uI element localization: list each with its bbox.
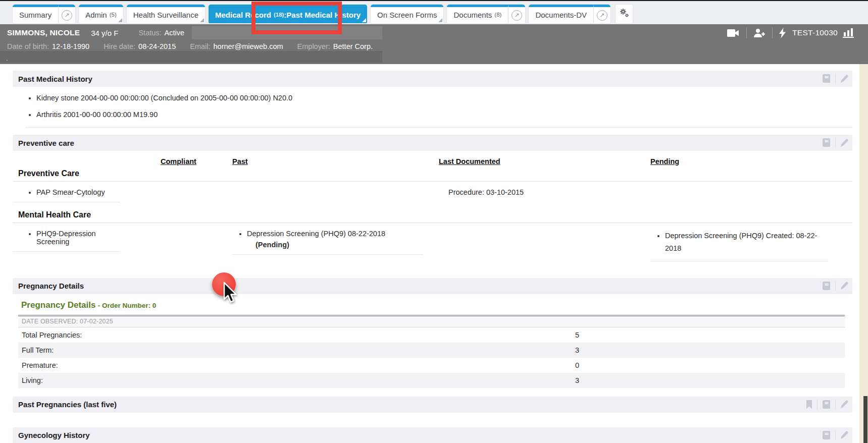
edit-pencil-icon[interactable] [840, 282, 848, 290]
page: Summary↗Admin(5)Health SurveillanceMedic… [0, 0, 868, 443]
field-value: Better Corp. [333, 42, 373, 50]
tab-label-wrap[interactable]: Summary [13, 5, 58, 23]
pending-cell: Depression Screening (PHQ9) Created: 08-… [650, 223, 852, 266]
open-in-new-window-button[interactable]: ↗ [508, 5, 525, 23]
field-label: Employer: [297, 42, 330, 50]
journal-icon[interactable] [822, 74, 831, 83]
patient-detail-row: Date of birth:12-18-1990Hire date:08-24-… [7, 41, 387, 52]
tab-on-screen-forms[interactable]: On Screen Forms [371, 5, 443, 23]
tab-label-wrap[interactable]: On Screen Forms [371, 5, 443, 23]
past-entry: Depression Screening (PHQ9) 08-22-2018 [247, 230, 423, 238]
status-label: Status: [138, 29, 161, 37]
column-header: Compliant [161, 151, 232, 165]
edit-pencil-icon[interactable] [840, 139, 848, 147]
journal-icon[interactable] [822, 138, 831, 147]
pregnancy-row-value: 3 [575, 346, 579, 354]
vertical-scrollbar[interactable] [859, 64, 868, 443]
column-header: Last Documented [439, 151, 650, 165]
field-value: horner@mieweb.com [214, 42, 283, 50]
section-preventive-care: Preventive care [13, 135, 852, 151]
pregnancy-row-label: Total Pregnancies: [22, 331, 82, 339]
journal-icon[interactable] [822, 400, 831, 409]
header-dark-strip [0, 51, 382, 63]
patient-field: Employer:Better Corp. [297, 42, 373, 50]
patient-age-sex: 34 y/o F [91, 29, 118, 37]
edit-pencil-icon[interactable] [840, 400, 848, 409]
date-observed: DATE OBSERVED: 07-02-2025 [22, 318, 113, 325]
last-documented-value: Procedure: 03-10-2015 [448, 188, 524, 196]
last-documented-cell [439, 223, 650, 266]
patient-field: Date of birth:12-18-1990 [7, 42, 89, 50]
pregnancy-row-value: 3 [575, 376, 579, 384]
pregnancy-row: Living:3 [18, 373, 845, 388]
tab-suffix: :Past Medical History [284, 11, 361, 19]
bookmark-icon[interactable] [806, 400, 812, 409]
open-in-new-window-button[interactable]: ↗ [58, 5, 75, 23]
tab-label-wrap[interactable]: Admin(5) [79, 5, 123, 23]
compliant-cell [161, 223, 232, 266]
lightning-bolt-icon[interactable] [779, 28, 786, 38]
section-actions [822, 74, 848, 84]
past-cell: Depression Screening (PHQ9) 08-22-2018(P… [232, 223, 439, 266]
tab-label-wrap[interactable]: Medical Record(18):Past Medical History [209, 5, 367, 23]
patient-header: . SIMMONS, NICOLE 34 y/o F Status: Activ… [0, 24, 868, 64]
pregnancy-table: DATE OBSERVED: 07-02-2025 Total Pregnanc… [18, 315, 845, 388]
field-value: 08-24-2015 [138, 42, 176, 50]
mouse-cursor [221, 281, 240, 305]
tab-count: (18) [274, 12, 284, 18]
tab-medical-record[interactable]: Medical Record(18):Past Medical History [209, 5, 367, 23]
tab-label: On Screen Forms [377, 11, 437, 19]
pending-cell [650, 182, 852, 207]
edit-pencil-icon[interactable] [840, 75, 848, 83]
section-actions [822, 281, 848, 291]
scrollbar-thumb[interactable] [863, 396, 867, 443]
video-camera-icon[interactable] [727, 29, 740, 37]
settings-gear-button[interactable] [616, 5, 633, 23]
journal-icon[interactable] [822, 431, 831, 440]
chart-id: TEST-10030 [792, 28, 838, 37]
tab-health-surveillance[interactable]: Health Surveillance [127, 5, 205, 23]
gear-icon [620, 8, 629, 20]
past-entry-status: (Pending) [247, 241, 423, 249]
tab-summary[interactable]: Summary↗ [13, 5, 75, 23]
field-label: Email: [190, 42, 210, 50]
edit-pencil-icon[interactable] [840, 431, 848, 439]
compliant-cell [161, 182, 232, 207]
header-highlight-box [192, 26, 382, 39]
tab-bar: Summary↗Admin(5)Health SurveillanceMedic… [0, 0, 868, 24]
section-actions [822, 138, 848, 148]
tab-documents-dv[interactable]: Documents-DV↗ [529, 5, 610, 23]
section-actions [822, 430, 848, 440]
status-value: Active [165, 29, 185, 37]
tab-count: (8) [494, 12, 501, 18]
tab-label-wrap[interactable]: Documents(8) [447, 5, 508, 23]
pregnancy-row-label: Living: [22, 376, 43, 384]
arrow-up-right-icon: ↗ [512, 10, 522, 21]
pregnancy-heading-text: Pregnancy Details [21, 300, 95, 310]
pregnancy-row-label: Full Term: [22, 346, 54, 354]
tab-label-wrap[interactable]: Health Surveillance [127, 5, 205, 23]
journal-icon[interactable] [822, 282, 831, 291]
tab-label: Admin [85, 11, 107, 19]
icon-divider [746, 27, 747, 38]
header-action-icons: TEST-10030 [727, 25, 854, 40]
care-item-cell: PAP Smear-Cytology [13, 182, 161, 207]
tab-label: Medical Record [215, 11, 271, 19]
pregnancy-row-value: 5 [575, 331, 579, 339]
tab-documents[interactable]: Documents(8)↗ [447, 5, 525, 23]
group-label: Preventive Care [13, 165, 852, 182]
patient-field: Email:horner@mieweb.com [190, 42, 283, 50]
pregnancy-row: Premature:0 [18, 358, 845, 373]
record-content: Past Medical History Kidney stone 2004-0… [0, 64, 868, 443]
care-item-cell: PHQ9-Depression Screening [13, 223, 161, 266]
open-in-new-window-button[interactable]: ↗ [593, 5, 610, 23]
patient-summary-row: SIMMONS, NICOLE 34 y/o F Status: Active [7, 26, 184, 39]
tab-label-wrap[interactable]: Documents-DV [529, 5, 593, 23]
section-title: Preventive care [18, 139, 74, 147]
pregnancy-row-value: 0 [575, 361, 579, 369]
add-person-icon[interactable] [753, 28, 765, 38]
pregnancy-details-heading: Pregnancy Details - Order Number: 0 [21, 300, 852, 310]
bar-chart-icon[interactable] [843, 28, 854, 38]
tab-label: Health Surveillance [133, 11, 198, 19]
tab-admin[interactable]: Admin(5) [79, 5, 123, 23]
